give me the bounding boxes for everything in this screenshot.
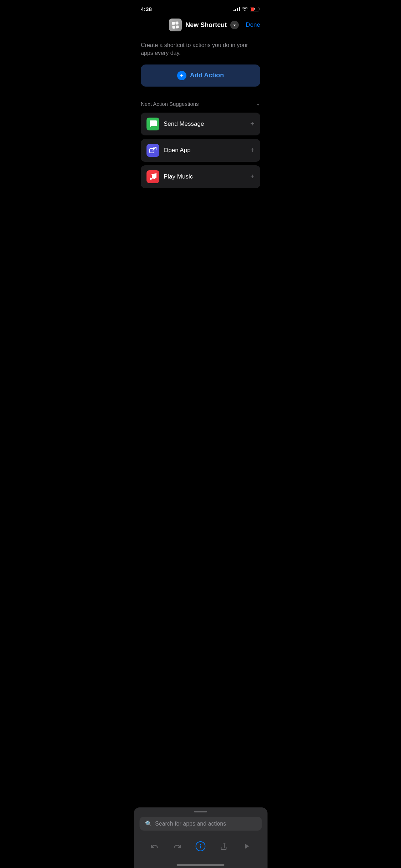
- status-icons: 2: [233, 7, 260, 11]
- open-app-icon: [146, 144, 159, 157]
- suggestions-title: Next Action Suggestions: [141, 101, 199, 107]
- suggestions-header: Next Action Suggestions ⌄: [141, 101, 260, 107]
- add-action-button[interactable]: + Add Action: [141, 64, 260, 87]
- status-bar: 4:38 2: [134, 0, 267, 16]
- plus-icon: +: [180, 72, 184, 79]
- send-message-label: Send Message: [164, 120, 204, 128]
- status-time: 4:38: [141, 6, 152, 12]
- battery-number: 2: [254, 7, 255, 11]
- music-note-icon: [149, 173, 156, 181]
- add-circle-icon: +: [177, 71, 186, 80]
- title-chevron-button[interactable]: [230, 21, 239, 29]
- svg-rect-0: [150, 149, 154, 153]
- action-item-send-message[interactable]: Send Message +: [141, 113, 260, 135]
- battery-icon: 2: [250, 7, 260, 11]
- shortcut-app-icon: [169, 19, 182, 31]
- wifi-icon: [242, 7, 248, 11]
- action-item-open-app[interactable]: Open App +: [141, 139, 260, 162]
- action-item-play-music[interactable]: Play Music +: [141, 165, 260, 188]
- nav-title-group: New Shortcut: [169, 19, 239, 31]
- svg-rect-1: [151, 174, 156, 175]
- add-open-app-button[interactable]: +: [250, 146, 255, 154]
- messages-app-icon: [146, 118, 159, 130]
- add-action-label: Add Action: [190, 72, 224, 79]
- nav-bar: New Shortcut Done: [134, 16, 267, 36]
- play-music-label: Play Music: [164, 173, 193, 180]
- music-app-icon: [146, 170, 159, 183]
- main-content: Create a shortcut to actions you do in y…: [134, 36, 267, 197]
- description-text: Create a shortcut to actions you do in y…: [141, 41, 260, 57]
- signal-bars-icon: [233, 7, 240, 11]
- chevron-down-icon: [233, 25, 236, 26]
- page-title: New Shortcut: [185, 21, 227, 29]
- add-play-music-button[interactable]: +: [250, 172, 255, 181]
- open-app-arrow-icon: [149, 147, 156, 154]
- message-bubble-icon: [149, 120, 157, 128]
- open-app-label: Open App: [164, 147, 191, 154]
- add-send-message-button[interactable]: +: [250, 120, 255, 128]
- suggestions-chevron-icon[interactable]: ⌄: [256, 101, 260, 107]
- done-button[interactable]: Done: [246, 21, 260, 29]
